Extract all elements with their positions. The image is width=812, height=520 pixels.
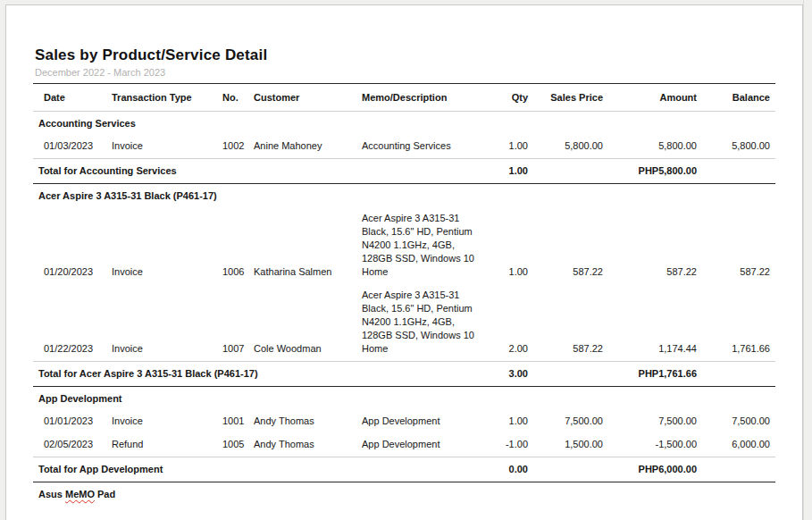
cell-memo: App Development — [358, 438, 486, 451]
cell-amount: 1,174.44 — [605, 342, 699, 356]
cell-customer: Andy Thomas — [247, 415, 358, 428]
cell-balance: 6,000.00 — [699, 438, 774, 451]
section-header-acer-aspire: Acer Aspire 3 A315-31 Black (P461-17) — [33, 184, 775, 207]
section-header-accounting-services: Accounting Services — [33, 112, 775, 135]
cell-date: 01/01/2023 — [33, 415, 112, 428]
cell-memo: Accounting Services — [358, 139, 486, 153]
cell-balance: 587.22 — [699, 265, 774, 279]
cell-transaction-type: Invoice — [112, 139, 219, 153]
cell-qty: 1.00 — [486, 139, 530, 153]
table-row[interactable]: 01/20/2023 Invoice 1006 Katharina Salmen… — [33, 207, 775, 284]
cell-customer: Cole Woodman — [247, 342, 358, 356]
column-header-sales-price: Sales Price — [530, 91, 605, 105]
total-amount: PHP1,761.66 — [605, 367, 699, 381]
total-qty: 0.00 — [486, 463, 530, 476]
cell-date: 01/20/2023 — [33, 265, 112, 279]
column-header-memo-description: Memo/Description — [358, 91, 486, 105]
total-label: Total for Acer Aspire 3 A315-31 Black (P… — [33, 367, 486, 381]
cell-sales-price: 587.22 — [530, 265, 605, 279]
table-row[interactable]: 02/05/2023 Refund 1005 Andy Thomas App D… — [33, 433, 775, 457]
table-header-row: Date Transaction Type No. Customer Memo/… — [33, 84, 775, 112]
cell-transaction-type: Refund — [112, 438, 219, 451]
table-row[interactable]: 01/01/2023 Invoice 1001 Andy Thomas App … — [33, 410, 775, 433]
cell-no: 1001 — [219, 415, 247, 428]
cell-amount: 7,500.00 — [605, 415, 699, 428]
cell-no: 1005 — [219, 438, 247, 451]
cell-qty: 1.00 — [486, 415, 530, 428]
cell-date: 01/03/2023 — [33, 139, 112, 153]
cell-memo: App Development — [358, 415, 486, 428]
cell-sales-price: 587.22 — [530, 342, 605, 356]
column-header-amount: Amount — [605, 91, 699, 105]
cell-no: 1007 — [219, 342, 247, 356]
cell-transaction-type: Invoice — [112, 415, 219, 428]
table-row[interactable]: 01/22/2023 Invoice 1007 Cole Woodman Ace… — [33, 284, 775, 361]
cell-amount: 587.22 — [605, 265, 699, 279]
cell-amount: 5,800.00 — [605, 139, 699, 153]
cell-qty: 1.00 — [486, 265, 530, 279]
cell-customer: Andy Thomas — [247, 438, 358, 451]
vertical-scrollbar[interactable] — [803, 0, 812, 520]
report-table: Date Transaction Type No. Customer Memo/… — [33, 83, 775, 506]
section-total-row: Total for Acer Aspire 3 A315-31 Black (P… — [33, 361, 775, 387]
report-date-range: December 2022 - March 2023 — [35, 67, 775, 79]
cell-sales-price: 5,800.00 — [530, 139, 605, 153]
column-header-customer: Customer — [247, 91, 358, 105]
total-label: Total for Accounting Services — [33, 164, 486, 178]
total-qty: 1.00 — [486, 164, 530, 178]
cell-customer: Anine Mahoney — [247, 139, 358, 153]
cell-memo: Acer Aspire 3 A315-31 Black, 15.6" HD, P… — [358, 289, 486, 356]
total-label: Total for App Development — [33, 463, 486, 476]
cell-balance: 5,800.00 — [699, 139, 774, 153]
total-amount: PHP5,800.00 — [605, 164, 699, 178]
cell-no: 1006 — [219, 265, 247, 279]
cell-memo: Acer Aspire 3 A315-31 Black, 15.6" HD, P… — [358, 212, 486, 279]
cell-qty: 2.00 — [486, 342, 530, 356]
cell-customer: Katharina Salmen — [247, 265, 358, 279]
section-header-app-development: App Development — [33, 387, 775, 410]
column-header-qty: Qty — [486, 91, 530, 105]
cell-amount: -1,500.00 — [605, 438, 699, 451]
cell-date: 02/05/2023 — [33, 438, 112, 451]
screen: { "report": { "title": "Sales by Product… — [0, 0, 812, 520]
column-header-balance: Balance — [699, 91, 774, 105]
cell-date: 01/22/2023 — [33, 342, 112, 356]
cell-no: 1002 — [219, 139, 247, 153]
cell-sales-price: 1,500.00 — [530, 438, 605, 451]
section-name-part: Asus — [38, 489, 65, 499]
report-content: Sales by Product/Service Detail December… — [33, 5, 775, 506]
cell-transaction-type: Invoice — [112, 342, 219, 356]
spellcheck-underlined-word: MeMO — [65, 489, 95, 499]
total-qty: 3.00 — [486, 367, 530, 381]
column-header-date: Date — [33, 91, 112, 105]
section-header-asus-memo-pad: Asus MeMO Pad — [33, 482, 775, 506]
report-title: Sales by Product/Service Detail — [35, 46, 775, 64]
cell-transaction-type: Invoice — [112, 265, 219, 279]
table-row[interactable]: 01/03/2023 Invoice 1002 Anine Mahoney Ac… — [33, 135, 775, 158]
section-name-part: Pad — [95, 489, 115, 499]
cell-sales-price: 7,500.00 — [530, 415, 605, 428]
report-page: Sales by Product/Service Detail December… — [5, 4, 803, 520]
column-header-transaction-type: Transaction Type — [112, 91, 219, 105]
section-total-row: Total for Accounting Services 1.00 PHP5,… — [33, 158, 775, 184]
cell-balance: 1,761.66 — [699, 342, 774, 356]
cell-balance: 7,500.00 — [699, 415, 774, 428]
total-amount: PHP6,000.00 — [605, 463, 699, 476]
section-total-row: Total for App Development 0.00 PHP6,000.… — [33, 457, 775, 482]
column-header-no: No. — [219, 91, 247, 105]
cell-qty: -1.00 — [486, 438, 530, 451]
